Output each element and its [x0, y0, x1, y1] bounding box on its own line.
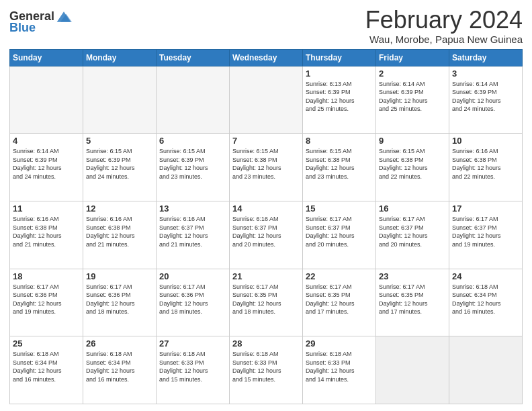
day-number: 17 [452, 203, 519, 214]
day-info: Sunrise: 6:18 AM Sunset: 6:34 PM Dayligh… [86, 350, 153, 383]
weekday-header-sunday: Sunday [10, 49, 83, 66]
day-cell-26: 26Sunrise: 6:18 AM Sunset: 6:34 PM Dayli… [83, 336, 157, 404]
day-cell-14: 14Sunrise: 6:16 AM Sunset: 6:37 PM Dayli… [230, 201, 303, 269]
day-info: Sunrise: 6:17 AM Sunset: 6:37 PM Dayligh… [379, 215, 446, 248]
day-number: 6 [159, 136, 226, 146]
day-cell-20: 20Sunrise: 6:17 AM Sunset: 6:36 PM Dayli… [157, 269, 230, 336]
header: General Blue February 2024 Wau, Morobe, … [9, 7, 523, 45]
day-cell-17: 17Sunrise: 6:17 AM Sunset: 6:37 PM Dayli… [449, 201, 523, 269]
day-number: 23 [379, 271, 446, 281]
day-info: Sunrise: 6:15 AM Sunset: 6:38 PM Dayligh… [379, 147, 446, 181]
day-info: Sunrise: 6:18 AM Sunset: 6:34 PM Dayligh… [13, 350, 80, 383]
day-cell-16: 16Sunrise: 6:17 AM Sunset: 6:37 PM Dayli… [376, 201, 449, 269]
day-number: 16 [379, 203, 446, 214]
day-cell-5: 5Sunrise: 6:15 AM Sunset: 6:39 PM Daylig… [83, 134, 157, 201]
week-row-1: 1Sunrise: 6:13 AM Sunset: 6:39 PM Daylig… [10, 66, 523, 134]
day-info: Sunrise: 6:16 AM Sunset: 6:38 PM Dayligh… [452, 147, 519, 181]
day-info: Sunrise: 6:15 AM Sunset: 6:38 PM Dayligh… [306, 147, 373, 181]
day-cell-6: 6Sunrise: 6:15 AM Sunset: 6:39 PM Daylig… [157, 134, 230, 201]
day-number: 2 [379, 68, 446, 79]
day-number: 1 [306, 68, 373, 79]
day-number: 14 [232, 203, 300, 214]
day-cell-2: 2Sunrise: 6:14 AM Sunset: 6:39 PM Daylig… [376, 66, 449, 134]
day-cell-27: 27Sunrise: 6:18 AM Sunset: 6:33 PM Dayli… [157, 336, 230, 404]
day-cell-18: 18Sunrise: 6:17 AM Sunset: 6:36 PM Dayli… [10, 269, 83, 336]
title-area: February 2024 Wau, Morobe, Papua New Gui… [365, 7, 523, 45]
main-title: February 2024 [365, 7, 523, 34]
day-info: Sunrise: 6:17 AM Sunset: 6:36 PM Dayligh… [86, 283, 153, 316]
day-number: 27 [159, 338, 226, 349]
day-cell-13: 13Sunrise: 6:16 AM Sunset: 6:37 PM Dayli… [157, 201, 230, 269]
weekday-header-monday: Monday [83, 49, 157, 66]
calendar-table: SundayMondayTuesdayWednesdayThursdayFrid… [9, 49, 523, 404]
day-number: 29 [306, 338, 373, 349]
day-cell-10: 10Sunrise: 6:16 AM Sunset: 6:38 PM Dayli… [449, 134, 523, 201]
weekday-header-row: SundayMondayTuesdayWednesdayThursdayFrid… [10, 49, 523, 66]
day-number: 11 [13, 203, 80, 214]
weekday-header-wednesday: Wednesday [230, 49, 303, 66]
weekday-header-friday: Friday [376, 49, 449, 66]
empty-cell [376, 336, 449, 404]
logo-icon [56, 10, 72, 24]
day-cell-25: 25Sunrise: 6:18 AM Sunset: 6:34 PM Dayli… [10, 336, 83, 404]
day-number: 25 [13, 338, 80, 349]
day-cell-21: 21Sunrise: 6:17 AM Sunset: 6:35 PM Dayli… [230, 269, 303, 336]
day-info: Sunrise: 6:17 AM Sunset: 6:35 PM Dayligh… [232, 283, 300, 316]
day-cell-22: 22Sunrise: 6:17 AM Sunset: 6:35 PM Dayli… [303, 269, 376, 336]
empty-cell [157, 66, 230, 134]
day-number: 12 [86, 203, 153, 214]
logo-area: General Blue [9, 7, 72, 35]
week-row-5: 25Sunrise: 6:18 AM Sunset: 6:34 PM Dayli… [10, 336, 523, 404]
day-cell-29: 29Sunrise: 6:18 AM Sunset: 6:33 PM Dayli… [303, 336, 376, 404]
day-number: 10 [452, 136, 519, 146]
weekday-header-thursday: Thursday [303, 49, 376, 66]
day-cell-4: 4Sunrise: 6:14 AM Sunset: 6:39 PM Daylig… [10, 134, 83, 201]
day-number: 24 [452, 271, 519, 281]
day-cell-9: 9Sunrise: 6:15 AM Sunset: 6:38 PM Daylig… [376, 134, 449, 201]
day-number: 21 [232, 271, 300, 281]
empty-cell [449, 336, 523, 404]
day-info: Sunrise: 6:16 AM Sunset: 6:38 PM Dayligh… [86, 215, 153, 248]
day-info: Sunrise: 6:18 AM Sunset: 6:33 PM Dayligh… [306, 350, 373, 383]
day-number: 8 [306, 136, 373, 146]
day-info: Sunrise: 6:15 AM Sunset: 6:39 PM Dayligh… [159, 147, 226, 181]
day-number: 3 [452, 68, 519, 79]
day-info: Sunrise: 6:16 AM Sunset: 6:37 PM Dayligh… [159, 215, 226, 248]
day-info: Sunrise: 6:14 AM Sunset: 6:39 PM Dayligh… [13, 147, 80, 181]
day-info: Sunrise: 6:17 AM Sunset: 6:37 PM Dayligh… [306, 215, 373, 248]
day-cell-15: 15Sunrise: 6:17 AM Sunset: 6:37 PM Dayli… [303, 201, 376, 269]
day-number: 20 [159, 271, 226, 281]
day-info: Sunrise: 6:17 AM Sunset: 6:35 PM Dayligh… [379, 283, 446, 316]
day-cell-11: 11Sunrise: 6:16 AM Sunset: 6:38 PM Dayli… [10, 201, 83, 269]
day-cell-24: 24Sunrise: 6:18 AM Sunset: 6:34 PM Dayli… [449, 269, 523, 336]
day-cell-23: 23Sunrise: 6:17 AM Sunset: 6:35 PM Dayli… [376, 269, 449, 336]
day-number: 28 [232, 338, 300, 349]
day-info: Sunrise: 6:18 AM Sunset: 6:33 PM Dayligh… [159, 350, 226, 383]
day-number: 19 [86, 271, 153, 281]
weekday-header-tuesday: Tuesday [157, 49, 230, 66]
week-row-2: 4Sunrise: 6:14 AM Sunset: 6:39 PM Daylig… [10, 134, 523, 201]
day-number: 7 [232, 136, 300, 146]
day-info: Sunrise: 6:17 AM Sunset: 6:36 PM Dayligh… [13, 283, 80, 316]
empty-cell [230, 66, 303, 134]
week-row-4: 18Sunrise: 6:17 AM Sunset: 6:36 PM Dayli… [10, 269, 523, 336]
day-number: 13 [159, 203, 226, 214]
day-info: Sunrise: 6:18 AM Sunset: 6:33 PM Dayligh… [232, 350, 300, 383]
day-number: 15 [306, 203, 373, 214]
day-cell-1: 1Sunrise: 6:13 AM Sunset: 6:39 PM Daylig… [303, 66, 376, 134]
week-row-3: 11Sunrise: 6:16 AM Sunset: 6:38 PM Dayli… [10, 201, 523, 269]
day-cell-28: 28Sunrise: 6:18 AM Sunset: 6:33 PM Dayli… [230, 336, 303, 404]
day-info: Sunrise: 6:15 AM Sunset: 6:38 PM Dayligh… [232, 147, 300, 181]
day-info: Sunrise: 6:16 AM Sunset: 6:38 PM Dayligh… [13, 215, 80, 248]
day-info: Sunrise: 6:14 AM Sunset: 6:39 PM Dayligh… [379, 80, 446, 113]
logo-blue-text: Blue [9, 21, 36, 35]
day-number: 22 [306, 271, 373, 281]
day-cell-12: 12Sunrise: 6:16 AM Sunset: 6:38 PM Dayli… [83, 201, 157, 269]
day-info: Sunrise: 6:14 AM Sunset: 6:39 PM Dayligh… [452, 80, 519, 113]
day-info: Sunrise: 6:16 AM Sunset: 6:37 PM Dayligh… [232, 215, 300, 248]
day-number: 9 [379, 136, 446, 146]
day-info: Sunrise: 6:17 AM Sunset: 6:35 PM Dayligh… [306, 283, 373, 316]
subtitle: Wau, Morobe, Papua New Guinea [365, 34, 523, 45]
weekday-header-saturday: Saturday [449, 49, 523, 66]
day-number: 26 [86, 338, 153, 349]
